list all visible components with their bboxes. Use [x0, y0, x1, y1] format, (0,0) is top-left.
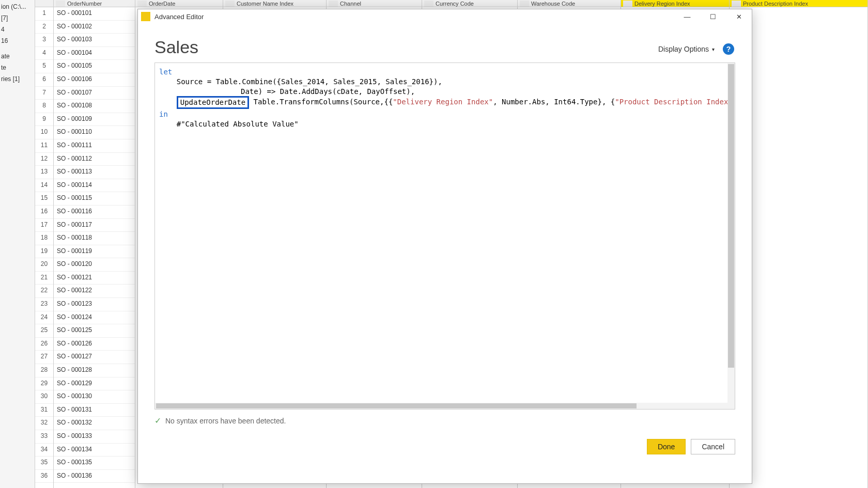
row-number[interactable]: 18 — [35, 232, 53, 245]
order-number-cell[interactable]: SO - 000108 — [54, 100, 135, 113]
order-number-cell[interactable]: SO - 000105 — [54, 60, 135, 73]
close-button[interactable]: ✕ — [726, 9, 752, 24]
order-number-cell[interactable]: SO - 000123 — [54, 298, 135, 311]
row-number[interactable]: 15 — [35, 192, 53, 206]
row-number[interactable]: 34 — [35, 444, 53, 457]
editor-horizontal-scrollbar[interactable] — [155, 403, 735, 409]
row-number[interactable]: 27 — [35, 351, 53, 364]
order-number-cell[interactable]: SO - 000134 — [54, 444, 135, 457]
row-number[interactable]: 16 — [35, 206, 53, 219]
row-number[interactable]: 12 — [35, 153, 53, 166]
order-number-cell[interactable]: SO - 000131 — [54, 404, 135, 417]
order-number-cell[interactable]: SO - 000133 — [54, 430, 135, 444]
row-number[interactable]: 4 — [35, 47, 53, 60]
row-number[interactable]: 9 — [35, 113, 53, 127]
queries-item[interactable]: ries [1] — [0, 73, 35, 85]
order-number-cell[interactable]: SO - 000121 — [54, 272, 135, 285]
row-number[interactable]: 13 — [35, 166, 53, 179]
order-number-cell[interactable]: SO - 000128 — [54, 364, 135, 377]
queries-item[interactable]: [7] — [0, 12, 35, 24]
row-number[interactable]: 3 — [35, 34, 53, 47]
row-number[interactable]: 30 — [35, 390, 53, 404]
order-number-cell[interactable]: SO - 000101 — [54, 7, 135, 21]
minimize-button[interactable]: — — [674, 9, 700, 24]
row-number[interactable]: 28 — [35, 364, 53, 377]
row-number[interactable]: 32 — [35, 417, 53, 430]
order-number-cell[interactable]: SO - 000103 — [54, 34, 135, 47]
row-number[interactable]: 24 — [35, 311, 53, 325]
cancel-button[interactable]: Cancel — [691, 439, 735, 454]
queries-item[interactable]: te — [0, 62, 35, 73]
queries-panel[interactable]: ion (C:\... [7] 4 16 ate te ries [1] — [0, 0, 35, 488]
row-number[interactable]: 31 — [35, 404, 53, 417]
order-number-cell[interactable]: SO - 000104 — [54, 47, 135, 60]
column-header-customer-name[interactable]: Customer Name Index — [223, 0, 326, 7]
row-number[interactable]: 6 — [35, 73, 53, 87]
column-header-order-date[interactable]: OrderDate — [135, 0, 223, 7]
row-number[interactable]: 21 — [35, 272, 53, 285]
order-number-cell[interactable]: SO - 000118 — [54, 232, 135, 245]
row-number[interactable]: 10 — [35, 126, 53, 139]
row-number[interactable]: 29 — [35, 377, 53, 391]
order-number-cell[interactable]: SO - 000109 — [54, 113, 135, 127]
order-number-cell[interactable]: SO - 000124 — [54, 311, 135, 325]
queries-item[interactable]: 4 — [0, 24, 35, 35]
maximize-button[interactable]: ☐ — [700, 9, 726, 24]
column-header-channel[interactable]: Channel — [327, 0, 422, 7]
queries-item[interactable]: 16 — [0, 35, 35, 46]
order-number-cell[interactable]: SO - 000117 — [54, 219, 135, 232]
row-number[interactable]: 19 — [35, 245, 53, 259]
row-number[interactable]: 11 — [35, 139, 53, 153]
row-number[interactable]: 1 — [35, 7, 53, 21]
order-number-cell[interactable]: SO - 000135 — [54, 456, 135, 470]
order-number-cell[interactable]: SO - 000106 — [54, 73, 135, 87]
row-number[interactable]: 20 — [35, 258, 53, 272]
order-number-cell[interactable]: SO - 000126 — [54, 338, 135, 351]
code-editor[interactable]: let Source = Table.Combine({Sales_2014, … — [154, 62, 735, 410]
column-header-delivery-region[interactable]: Delivery Region Index — [621, 0, 729, 7]
column-header-order-number[interactable]: OrderNumber — [54, 0, 135, 7]
queries-item[interactable] — [0, 46, 35, 51]
row-number[interactable]: 26 — [35, 338, 53, 351]
row-number[interactable]: 7 — [35, 87, 53, 100]
done-button[interactable]: Done — [647, 439, 686, 454]
row-number[interactable]: 8 — [35, 100, 53, 113]
column-header-warehouse[interactable]: Warehouse Code — [518, 0, 621, 7]
row-number[interactable]: 14 — [35, 179, 53, 193]
row-number[interactable]: 25 — [35, 324, 53, 338]
editor-vertical-scrollbar[interactable] — [727, 63, 735, 409]
order-number-cell[interactable]: SO - 000132 — [54, 417, 135, 430]
order-number-cell[interactable]: SO - 000107 — [54, 87, 135, 100]
order-number-cell[interactable]: SO - 000115 — [54, 192, 135, 206]
order-number-cell[interactable]: SO - 000129 — [54, 377, 135, 391]
row-number[interactable]: 22 — [35, 285, 53, 298]
order-number-cell[interactable]: SO - 000136 — [54, 470, 135, 483]
row-number[interactable]: 5 — [35, 60, 53, 73]
queries-item[interactable]: ion (C:\... — [0, 1, 35, 12]
row-number[interactable]: 23 — [35, 298, 53, 311]
row-number[interactable]: 17 — [35, 219, 53, 232]
order-number-cell[interactable]: SO - 000125 — [54, 324, 135, 338]
display-options-dropdown[interactable]: Display Options ▾ — [658, 45, 715, 53]
order-number-cell[interactable]: SO - 000116 — [54, 206, 135, 219]
column-header-product-desc[interactable]: Product Description Index — [730, 0, 867, 7]
help-icon[interactable]: ? — [723, 43, 734, 55]
highlighted-step-name[interactable]: UpdateOrderDate — [177, 96, 249, 109]
row-number[interactable]: 33 — [35, 430, 53, 444]
order-number-cell[interactable]: SO - 000102 — [54, 21, 135, 34]
row-number[interactable]: 2 — [35, 21, 53, 34]
order-number-cell[interactable]: SO - 000119 — [54, 245, 135, 259]
order-number-cell[interactable]: SO - 000111 — [54, 139, 135, 153]
order-number-cell[interactable]: SO - 000114 — [54, 179, 135, 193]
row-number[interactable]: 36 — [35, 470, 53, 483]
column-header-currency[interactable]: Currency Code — [422, 0, 517, 7]
queries-item[interactable]: ate — [0, 51, 35, 62]
order-number-cell[interactable]: SO - 000110 — [54, 126, 135, 139]
order-number-cell[interactable]: SO - 000120 — [54, 258, 135, 272]
order-number-cell[interactable]: SO - 000127 — [54, 351, 135, 364]
order-number-cell[interactable]: SO - 000113 — [54, 166, 135, 179]
order-number-cell[interactable]: SO - 000130 — [54, 390, 135, 404]
row-number[interactable]: 35 — [35, 456, 53, 470]
order-number-cell[interactable]: SO - 000122 — [54, 285, 135, 298]
order-number-cell[interactable]: SO - 000112 — [54, 153, 135, 166]
